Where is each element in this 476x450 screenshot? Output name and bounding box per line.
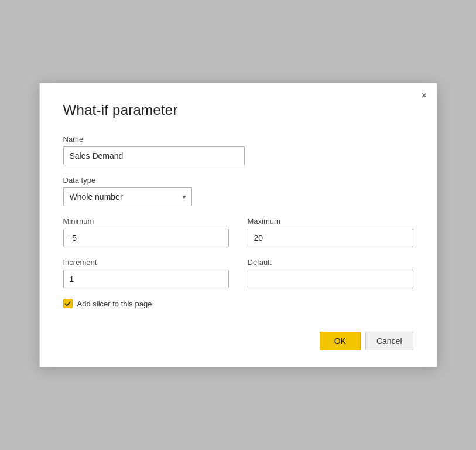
default-col: Default (248, 258, 413, 288)
add-slicer-label[interactable]: Add slicer to this page (77, 299, 152, 308)
maximum-col: Maximum (248, 217, 413, 247)
name-label: Name (63, 135, 413, 144)
cancel-button[interactable]: Cancel (365, 332, 413, 350)
dialog-footer: OK Cancel (63, 332, 413, 350)
name-input[interactable] (63, 146, 245, 165)
data-type-field-group: Data type Whole number Decimal number Fi… (63, 176, 413, 206)
increment-col: Increment (63, 258, 229, 288)
data-type-label: Data type (63, 176, 413, 185)
minimum-input[interactable] (63, 229, 229, 247)
minimum-col: Minimum (63, 217, 229, 247)
checkmark-icon (64, 301, 71, 307)
increment-default-row: Increment Default (63, 258, 413, 288)
minimum-label: Minimum (63, 217, 229, 226)
data-type-select[interactable]: Whole number Decimal number Fixed decima… (63, 188, 192, 206)
min-max-row: Minimum Maximum (63, 217, 413, 247)
name-field-group: Name (63, 135, 413, 165)
dialog-overlay: × What-if parameter Name Data type Whole… (0, 0, 476, 450)
maximum-label: Maximum (248, 217, 413, 226)
default-input[interactable] (248, 270, 413, 288)
dialog-title: What-if parameter (63, 102, 413, 118)
increment-label: Increment (63, 258, 229, 267)
maximum-input[interactable] (248, 229, 413, 247)
data-type-select-wrapper: Whole number Decimal number Fixed decima… (63, 188, 192, 206)
add-slicer-row: Add slicer to this page (63, 299, 413, 308)
close-button[interactable]: × (421, 90, 427, 101)
add-slicer-checkbox[interactable] (63, 299, 73, 308)
increment-input[interactable] (63, 270, 229, 288)
default-label: Default (248, 258, 413, 267)
ok-button[interactable]: OK (320, 332, 361, 350)
dialog: × What-if parameter Name Data type Whole… (39, 83, 437, 367)
